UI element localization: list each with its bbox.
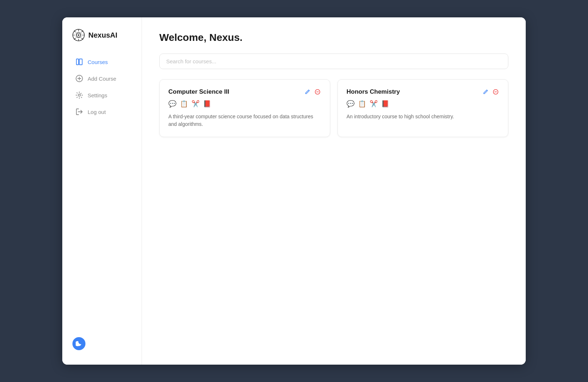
book-icon-honors-chem: 📕: [381, 100, 389, 108]
delete-course-cs3-button[interactable]: [314, 88, 321, 96]
sidebar-item-courses[interactable]: Courses: [65, 54, 139, 69]
svg-rect-13: [79, 59, 82, 65]
course-card-header-cs3: Computer Science III: [168, 88, 321, 96]
tools-icon-honors-chem: ✂️: [370, 100, 378, 108]
edit-course-honors-chem-button[interactable]: [482, 88, 489, 96]
course-title-cs3: Computer Science III: [168, 88, 229, 96]
nexusai-logo-icon: [72, 29, 85, 41]
sidebar-add-course-label: Add Course: [88, 76, 116, 82]
sidebar-item-settings[interactable]: Settings: [65, 88, 139, 103]
svg-point-17: [78, 94, 80, 96]
logout-icon: [75, 108, 83, 116]
tools-icon-cs3: ✂️: [192, 100, 200, 108]
nav-list: Courses Add Course: [62, 54, 142, 326]
logo-text: NexusAI: [88, 31, 117, 39]
sidebar-settings-label: Settings: [88, 92, 107, 98]
courses-grid: Computer Science III: [159, 79, 508, 137]
dark-mode-button[interactable]: [72, 337, 85, 350]
course-card-cs3: Computer Science III: [159, 79, 330, 137]
chat-icon-honors-chem: 💬: [346, 100, 354, 108]
card-actions-honors-chem: [482, 88, 499, 96]
card-actions-cs3: [304, 88, 321, 96]
svg-rect-12: [76, 59, 79, 65]
sidebar-item-logout[interactable]: Log out: [65, 104, 139, 119]
courses-icon: [75, 58, 83, 66]
page-title: Welcome, Nexus.: [159, 32, 508, 43]
course-description-honors-chem: An introductory course to high school ch…: [346, 113, 499, 120]
chat-icon-cs3: 💬: [168, 100, 176, 108]
course-card-header-honors-chem: Honors Chemistry: [346, 88, 499, 96]
search-input[interactable]: [159, 54, 508, 69]
notes-icon-cs3: 📋: [180, 100, 188, 108]
course-card-honors-chem: Honors Chemistry: [337, 79, 508, 137]
settings-icon: [75, 91, 83, 99]
sidebar: NexusAI Courses: [62, 17, 142, 365]
logo-area: NexusAI: [62, 29, 142, 54]
add-course-icon: [75, 75, 83, 82]
course-description-cs3: A third-year computer science course foc…: [168, 113, 321, 128]
notes-icon-honors-chem: 📋: [358, 100, 366, 108]
sidebar-item-add-course[interactable]: Add Course: [65, 71, 139, 86]
main-content: Welcome, Nexus. Computer Science III: [142, 17, 526, 365]
sidebar-courses-label: Courses: [88, 59, 108, 65]
delete-course-honors-chem-button[interactable]: [492, 88, 499, 96]
course-feature-icons-honors-chem: 💬 📋 ✂️ 📕: [346, 100, 499, 108]
sidebar-bottom: [62, 326, 142, 356]
svg-point-1: [78, 34, 79, 36]
book-icon-cs3: 📕: [203, 100, 211, 108]
course-title-honors-chem: Honors Chemistry: [346, 88, 400, 96]
edit-course-cs3-button[interactable]: [304, 88, 311, 96]
course-feature-icons-cs3: 💬 📋 ✂️ 📕: [168, 100, 321, 108]
sidebar-logout-label: Log out: [88, 109, 106, 115]
